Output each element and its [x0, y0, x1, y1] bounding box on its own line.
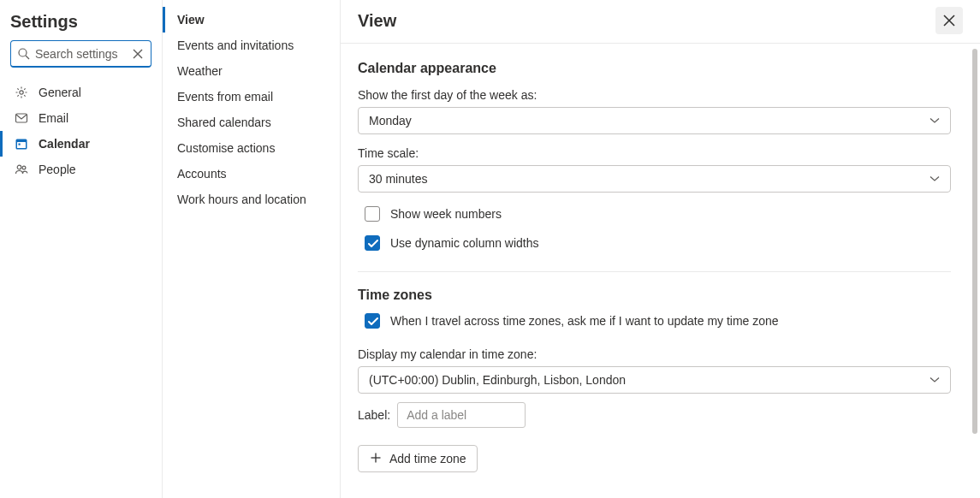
timescale-value: 30 minutes — [369, 172, 427, 186]
scroll-area: Calendar appearance Show the first day o… — [341, 44, 980, 498]
sidebar-item-label: General — [39, 86, 81, 99]
dynamic-cols-row: Use dynamic column widths — [358, 235, 951, 251]
subsection-sidebar: ViewEvents and invitationsWeatherEvents … — [163, 0, 341, 498]
display-tz-select[interactable]: (UTC+00:00) Dublin, Edinburgh, Lisbon, L… — [358, 366, 951, 394]
ask-travel-row: When I travel across time zones, ask me … — [358, 313, 951, 329]
sidebar-item-general[interactable]: General — [0, 80, 162, 105]
sidebar-item-label: People — [39, 163, 76, 176]
chevron-down-icon — [928, 373, 941, 387]
subsection-view[interactable]: View — [163, 7, 340, 33]
main-header: View — [341, 0, 980, 44]
appearance-heading: Calendar appearance — [358, 61, 951, 76]
display-tz-label: Display my calendar in time zone: — [358, 347, 951, 361]
first-day-select[interactable]: Monday — [358, 107, 951, 134]
subsection-list: ViewEvents and invitationsWeatherEvents … — [163, 7, 340, 212]
plus-icon — [369, 451, 383, 467]
week-numbers-row: Show week numbers — [358, 206, 951, 222]
people-icon — [15, 163, 28, 176]
subsection-shared[interactable]: Shared calendars — [163, 110, 340, 135]
timezones-heading: Time zones — [358, 288, 951, 303]
sidebar-item-email[interactable]: Email — [0, 105, 162, 131]
week-numbers-label: Show week numbers — [390, 207, 502, 221]
subsection-events[interactable]: Events and invitations — [163, 33, 340, 58]
calendar-icon — [15, 137, 28, 151]
section-divider — [358, 271, 951, 272]
sidebar-item-label: Calendar — [39, 137, 90, 151]
tz-label-label: Label: — [358, 408, 390, 422]
subsection-efm[interactable]: Events from email — [163, 84, 340, 110]
subsection-custom[interactable]: Customise actions — [163, 135, 340, 161]
timescale-select[interactable]: 30 minutes — [358, 165, 951, 193]
ask-travel-checkbox[interactable] — [365, 313, 380, 329]
first-day-value: Monday — [369, 114, 412, 127]
close-button[interactable] — [935, 7, 963, 34]
first-day-label: Show the first day of the week as: — [358, 88, 951, 102]
category-sidebar: Settings GeneralEmailCalendarPeople — [0, 0, 163, 498]
gear-icon — [15, 86, 28, 99]
tz-label-row: Label: — [358, 402, 951, 428]
dynamic-cols-checkbox[interactable] — [365, 235, 380, 251]
timescale-label: Time scale: — [358, 146, 951, 160]
subsection-weather[interactable]: Weather — [163, 58, 340, 84]
main-pane: View Calendar appearance Show the first … — [341, 0, 980, 498]
chevron-down-icon — [928, 172, 941, 186]
week-numbers-checkbox[interactable] — [365, 206, 380, 222]
sidebar-item-label: Email — [39, 111, 68, 125]
add-timezone-button[interactable]: Add time zone — [358, 445, 478, 472]
chevron-down-icon — [928, 114, 941, 127]
scrollbar[interactable] — [972, 49, 977, 434]
settings-window: Settings GeneralEmailCalendarPeople View… — [0, 0, 980, 498]
dynamic-cols-label: Use dynamic column widths — [390, 236, 539, 250]
search-wrapper — [10, 40, 151, 68]
search-icon — [17, 47, 31, 61]
page-title: View — [358, 11, 396, 31]
tz-label-input[interactable] — [397, 402, 526, 428]
display-tz-value: (UTC+00:00) Dublin, Edinburgh, Lisbon, L… — [369, 373, 626, 387]
add-timezone-label: Add time zone — [389, 452, 466, 465]
content: Calendar appearance Show the first day o… — [341, 44, 980, 489]
mail-icon — [15, 111, 28, 125]
settings-title: Settings — [10, 12, 151, 32]
sidebar-item-calendar[interactable]: Calendar — [0, 131, 162, 157]
category-list: GeneralEmailCalendarPeople — [0, 80, 162, 182]
sidebar-item-people[interactable]: People — [0, 157, 162, 182]
clear-search-icon[interactable] — [131, 47, 145, 61]
subsection-workhours[interactable]: Work hours and location — [163, 187, 340, 212]
subsection-accounts[interactable]: Accounts — [163, 161, 340, 187]
ask-travel-label: When I travel across time zones, ask me … — [390, 314, 779, 328]
